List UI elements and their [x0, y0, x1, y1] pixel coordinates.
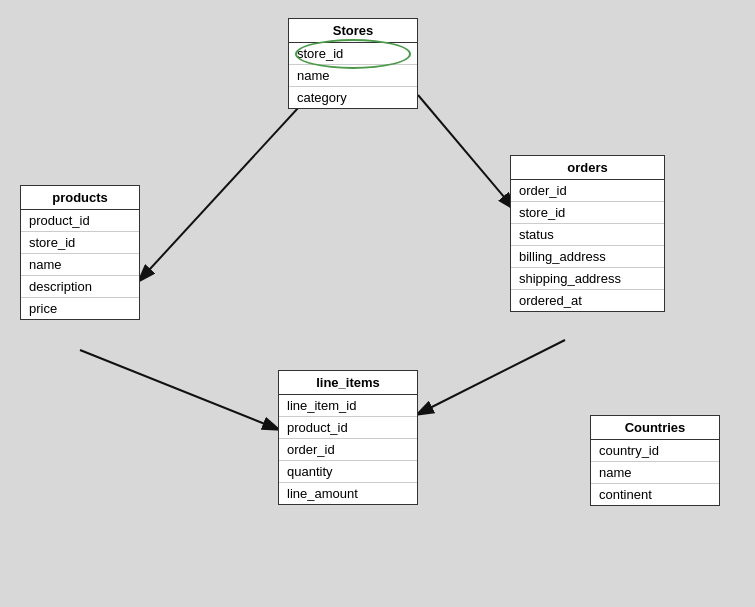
orders-field-store-id: store_id [511, 202, 664, 224]
products-field-description: description [21, 276, 139, 298]
line-items-header: line_items [279, 371, 417, 395]
orders-field-ordered-at: ordered_at [511, 290, 664, 311]
products-header: products [21, 186, 139, 210]
stores-field-name: name [289, 65, 417, 87]
svg-line-3 [418, 95, 515, 210]
orders-field-status: status [511, 224, 664, 246]
products-field-product-id: product_id [21, 210, 139, 232]
stores-field-store-id: store_id [289, 43, 417, 65]
products-field-price: price [21, 298, 139, 319]
line-items-table: line_items line_item_id product_id order… [278, 370, 418, 505]
stores-header: Stores [289, 19, 417, 43]
countries-field-name: name [591, 462, 719, 484]
orders-field-shipping-address: shipping_address [511, 268, 664, 290]
countries-header: Countries [591, 416, 719, 440]
countries-table: Countries country_id name continent [590, 415, 720, 506]
countries-field-country-id: country_id [591, 440, 719, 462]
orders-header: orders [511, 156, 664, 180]
stores-table: Stores store_id name category [288, 18, 418, 109]
line-items-field-line-amount: line_amount [279, 483, 417, 504]
line-items-field-quantity: quantity [279, 461, 417, 483]
products-field-store-id: store_id [21, 232, 139, 254]
orders-field-billing-address: billing_address [511, 246, 664, 268]
orders-field-order-id: order_id [511, 180, 664, 202]
products-table: products product_id store_id name descri… [20, 185, 140, 320]
line-items-field-line-item-id: line_item_id [279, 395, 417, 417]
stores-field-category: category [289, 87, 417, 108]
products-field-name: name [21, 254, 139, 276]
line-items-field-order-id: order_id [279, 439, 417, 461]
orders-table: orders order_id store_id status billing_… [510, 155, 665, 312]
countries-field-continent: continent [591, 484, 719, 505]
svg-line-4 [80, 350, 280, 430]
svg-line-2 [138, 95, 310, 282]
svg-line-5 [416, 340, 565, 415]
line-items-field-product-id: product_id [279, 417, 417, 439]
